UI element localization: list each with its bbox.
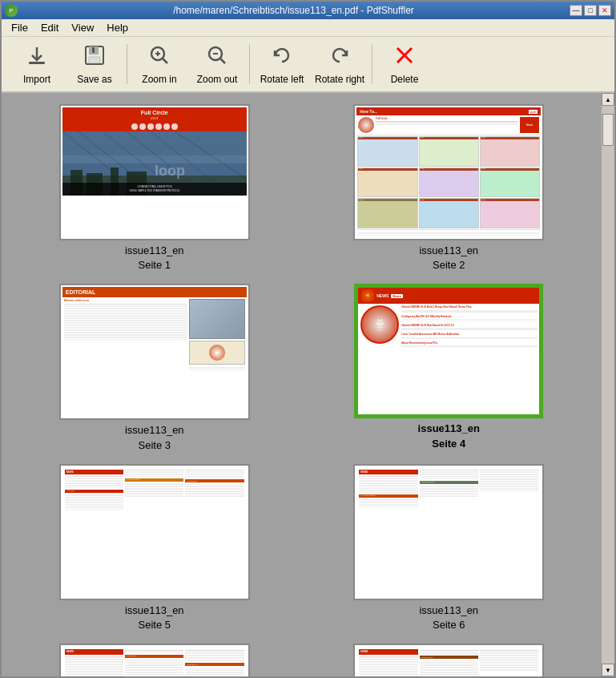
page-label-5: issue113_en Seite 5 xyxy=(125,603,184,632)
page-item-3[interactable]: EDITORIAL Welcome to this issue xyxy=(13,284,296,452)
page-thumb-1: Full Circle #113 xyxy=(62,107,247,237)
page-item-7[interactable]: NEWS xyxy=(13,644,296,676)
p2-header: How To... pyth xyxy=(356,107,541,115)
svg-rect-1 xyxy=(29,62,45,64)
page-thumb-4: FC NEWS News Full xyxy=(356,286,541,416)
p1-decoration xyxy=(62,122,247,131)
app-icon: P xyxy=(5,4,18,17)
p4-story-4: Linux Torvalds Announces ARCHLinux Adden… xyxy=(401,333,537,338)
page-item-2[interactable]: How To... pyth Full Circle xyxy=(308,104,591,272)
menu-file[interactable]: File xyxy=(5,20,34,35)
page-thumb-3: EDITORIAL Welcome to this issue xyxy=(62,287,247,417)
p5-col3: Vulnerabilities xyxy=(185,470,244,595)
menu-bar: File Edit View Help xyxy=(2,19,614,37)
page-item-1[interactable]: Full Circle #113 xyxy=(13,104,296,272)
window-controls: — □ ✕ xyxy=(570,5,611,16)
scroll-down-button[interactable]: ▼ xyxy=(602,664,614,676)
toolbar: Import Save as xyxy=(2,37,614,93)
page-label-6: issue113_en Seite 6 xyxy=(419,603,478,632)
p3-header: EDITORIAL xyxy=(62,287,247,297)
save-button[interactable]: Save as xyxy=(66,39,123,89)
zoom-out-button[interactable]: Zoom out xyxy=(188,39,246,89)
content-wrapper: Full Circle #113 xyxy=(2,93,614,676)
scrollbar-track[interactable] xyxy=(602,106,614,664)
page-thumb-wrapper-7: NEWS xyxy=(59,644,250,676)
page-4-content: FC NEWS News Full xyxy=(358,288,539,414)
page-thumb-wrapper-8: NEWS xyxy=(353,644,544,676)
import-label: Import xyxy=(23,74,50,85)
rotate-left-icon xyxy=(271,44,293,71)
page-item-6[interactable]: NEWS xyxy=(308,464,591,632)
page-thumb-2: How To... pyth Full Circle xyxy=(356,107,541,237)
menu-edit[interactable]: Edit xyxy=(34,20,65,35)
rotate-right-button[interactable]: Rotate right xyxy=(311,39,368,89)
page-thumb-wrapper-6: NEWS xyxy=(353,464,544,600)
delete-button[interactable]: Delete xyxy=(376,39,433,89)
main-window: P /home/maren/Schreibtisch/issue113_en.p… xyxy=(0,0,616,678)
p8-col1: NEWS xyxy=(359,649,417,676)
rotate-left-label: Rotate left xyxy=(260,74,304,85)
page-label-4: issue113_en Seite 4 xyxy=(418,422,480,450)
close-button[interactable]: ✕ xyxy=(598,5,611,16)
separator-2 xyxy=(249,44,250,84)
p7-col3: GNU/Linux On... xyxy=(185,649,244,676)
zoom-in-label: Zoom in xyxy=(142,74,176,85)
page-label-3: issue113_en Seite 3 xyxy=(125,423,184,452)
scroll-up-button[interactable]: ▲ xyxy=(602,93,614,106)
minimize-button[interactable]: — xyxy=(570,5,582,16)
delete-label: Delete xyxy=(391,74,419,85)
p5-col1: NEWS xyxy=(65,470,123,595)
page-item-4[interactable]: FC NEWS News Full xyxy=(308,284,591,452)
p6-col2: Linux Small Device xyxy=(420,470,478,595)
p4-header: FC NEWS News xyxy=(358,288,539,304)
page-thumb-wrapper-3: EDITORIAL Welcome to this issue xyxy=(59,284,250,420)
svg-text:USING SIMPLE FILE TRANSFER PRO: USING SIMPLE FILE TRANSFER PROTOCOL xyxy=(129,189,179,192)
page-thumb-8: NEWS xyxy=(356,647,541,676)
page-thumb-wrapper-1: Full Circle #113 xyxy=(59,104,250,240)
rotate-left-button[interactable]: Rotate left xyxy=(253,39,311,89)
separator-3 xyxy=(372,44,372,84)
p1-cover-image: loop CONNECTING LINUX PCS USING SIMPLE F… xyxy=(62,131,247,196)
p1-brand: Full Circle xyxy=(62,107,247,116)
p4-left-col: Full Circle Weekly News xyxy=(360,305,400,413)
p4-story-5: About Reconnecting Linux PCs xyxy=(401,341,537,347)
page-thumb-6: NEWS xyxy=(356,467,541,597)
p8-col3 xyxy=(480,649,538,676)
p7-col1: NEWS xyxy=(65,649,123,676)
p4-story-3: Ubuntu GNOME 16.10 Now Based On GCC 6.2 xyxy=(401,324,537,331)
scrollbar-thumb[interactable] xyxy=(602,114,614,146)
p6-col3 xyxy=(480,470,538,595)
page-item-5[interactable]: NEWS xyxy=(13,464,296,632)
p7-col2: Powerful Linux xyxy=(125,649,183,676)
save-label: Save as xyxy=(77,74,111,85)
page-label-1: issue113_en Seite 1 xyxy=(125,244,184,272)
zoom-in-button[interactable]: Zoom in xyxy=(131,39,188,89)
p4-right-col: Ubuntu GNOME 16.10 Built 1 Brings New De… xyxy=(401,305,537,413)
p4-fc-logo: Full Circle Weekly News xyxy=(360,305,399,344)
page-7-content: NEWS xyxy=(62,647,247,676)
p4-body: Full Circle Weekly News xyxy=(358,304,539,414)
p4-story-1: Ubuntu GNOME 16.10 Built 1 Brings New De… xyxy=(401,305,537,313)
p1-issue: #113 xyxy=(62,116,247,122)
zoom-in-icon xyxy=(148,44,171,71)
menu-view[interactable]: View xyxy=(65,20,100,35)
page-thumb-5: NEWS xyxy=(62,467,247,597)
page-item-8[interactable]: NEWS xyxy=(308,644,591,676)
p8-col2: Premiere Router... xyxy=(420,649,478,676)
title-bar: P /home/maren/Schreibtisch/issue113_en.p… xyxy=(2,2,614,19)
page-1-content: Full Circle #113 xyxy=(62,107,247,237)
page-5-content: NEWS xyxy=(62,467,247,597)
p5-col2: Chronicle Release... xyxy=(125,470,183,595)
menu-help[interactable]: Help xyxy=(100,20,135,35)
page-thumb-wrapper-2: How To... pyth Full Circle xyxy=(353,104,544,240)
page-3-content: EDITORIAL Welcome to this issue xyxy=(62,287,247,417)
vertical-scrollbar: ▲ ▼ xyxy=(602,93,614,676)
page-6-content: NEWS xyxy=(356,467,541,597)
page-thumb-wrapper-5: NEWS xyxy=(59,464,250,600)
svg-text:CONNECTING LINUX PCS: CONNECTING LINUX PCS xyxy=(137,185,172,188)
maximize-button[interactable]: □ xyxy=(584,5,597,16)
import-button[interactable]: Import xyxy=(8,39,66,89)
rotate-right-label: Rotate right xyxy=(315,74,364,85)
zoom-out-icon xyxy=(206,44,228,71)
svg-line-12 xyxy=(220,59,225,63)
